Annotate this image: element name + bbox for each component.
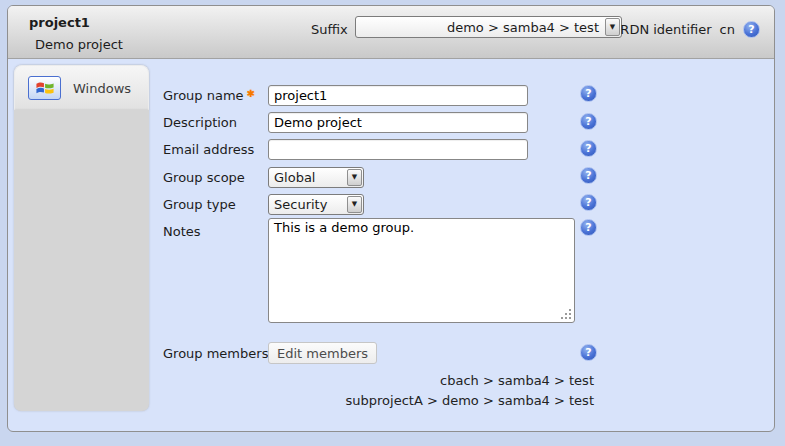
required-icon: ✱: [247, 88, 255, 99]
rdn-group: RDN identifier cn ?: [620, 21, 760, 38]
page-title: project1: [29, 15, 90, 30]
help-icon[interactable]: ?: [580, 219, 597, 236]
window-header: project1 Demo project Suffix demo > samb…: [8, 6, 774, 59]
email-address-label: Email address: [163, 142, 254, 157]
chevron-down-icon: ▼: [605, 18, 620, 36]
group-scope-select[interactable]: Global ▼: [268, 167, 364, 188]
group-type-label: Group type: [163, 197, 236, 212]
notes-textarea[interactable]: This is a demo group.: [268, 218, 575, 323]
group-editor-window: project1 Demo project Suffix demo > samb…: [7, 5, 775, 432]
member-entry: subprojectA > demo > samba4 > test: [346, 391, 594, 411]
group-name-input[interactable]: [268, 85, 528, 106]
group-members-label: Group members: [163, 346, 268, 361]
suffix-label: Suffix: [311, 22, 348, 37]
help-icon[interactable]: ?: [580, 344, 597, 361]
notes-label: Notes: [163, 224, 201, 239]
group-type-value: Security: [269, 197, 346, 212]
help-icon[interactable]: ?: [743, 21, 760, 38]
chevron-down-icon: ▼: [347, 196, 362, 213]
rdn-identifier-label: RDN identifier: [620, 22, 711, 37]
member-entry: cbach > samba4 > test: [346, 371, 594, 391]
sidebar-body: [14, 110, 149, 411]
chevron-down-icon: ▼: [347, 169, 362, 186]
group-scope-value: Global: [269, 170, 346, 185]
group-type-select[interactable]: Security ▼: [268, 194, 364, 215]
help-icon[interactable]: ?: [580, 85, 597, 102]
description-input[interactable]: [268, 112, 528, 133]
help-icon[interactable]: ?: [580, 140, 597, 157]
page-subtitle: Demo project: [35, 37, 123, 52]
description-label: Description: [163, 115, 237, 130]
edit-members-button[interactable]: Edit members: [268, 342, 377, 364]
notes-field-wrap: This is a demo group.: [268, 218, 575, 323]
resize-grip-icon[interactable]: [569, 317, 571, 319]
member-list: cbach > samba4 > test subprojectA > demo…: [346, 371, 594, 411]
tab-windows-label: Windows: [73, 81, 131, 96]
help-icon[interactable]: ?: [580, 167, 597, 184]
rdn-identifier-value: cn: [720, 22, 735, 37]
suffix-select-value: demo > samba4 > test: [356, 20, 604, 35]
windows-logo-icon: [28, 76, 61, 100]
sidebar: Windows: [14, 65, 149, 411]
help-icon[interactable]: ?: [580, 113, 597, 130]
suffix-select[interactable]: demo > samba4 > test ▼: [355, 16, 622, 38]
group-name-label: Group name✱: [163, 88, 255, 103]
tab-windows[interactable]: Windows: [14, 65, 149, 110]
group-scope-label: Group scope: [163, 170, 245, 185]
email-address-input[interactable]: [268, 139, 528, 160]
help-icon[interactable]: ?: [580, 194, 597, 211]
